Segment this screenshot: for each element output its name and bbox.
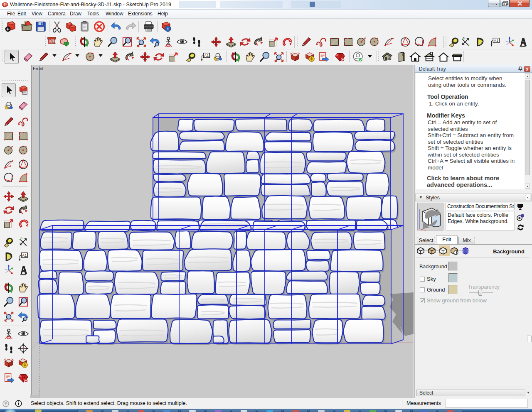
svg-text:Front: Front [33, 66, 44, 71]
svg-text:A1: A1 [494, 39, 498, 43]
svg-text:b: b [463, 36, 464, 40]
svg-text:b: b [20, 236, 22, 240]
svg-text:i: i [167, 26, 168, 31]
svg-text:A1: A1 [22, 253, 27, 258]
svg-text:A1: A1 [204, 54, 209, 58]
